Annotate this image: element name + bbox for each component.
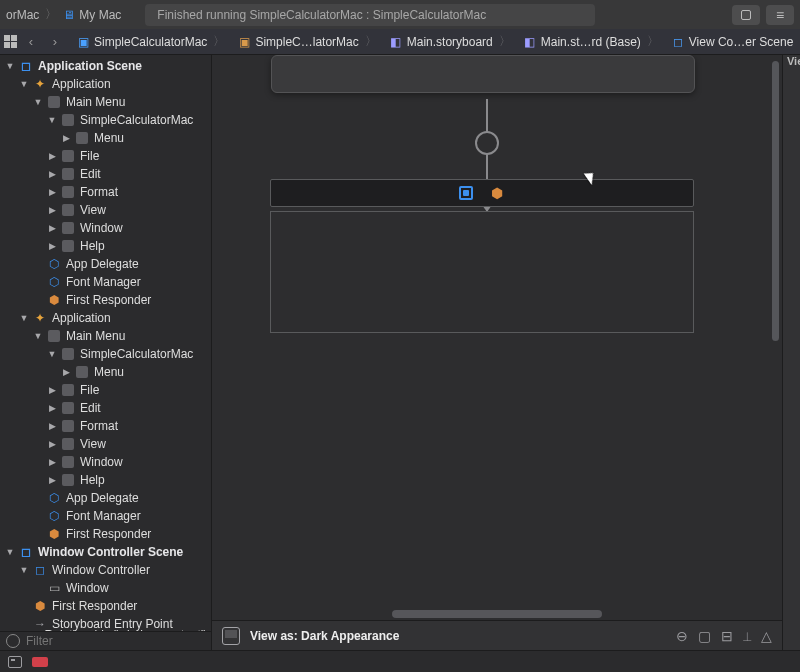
outline-tree[interactable]: ◻Application Scene✦ApplicationMain MenuS… xyxy=(0,55,211,631)
outline-item[interactable]: SimpleCalculatorMac xyxy=(0,345,211,363)
outline-item[interactable]: Format xyxy=(0,183,211,201)
outline-item[interactable]: Edit xyxy=(0,399,211,417)
outline-item[interactable]: ✦Application xyxy=(0,75,211,93)
outline-item[interactable]: ⬡App Delegate xyxy=(0,489,211,507)
outline-item[interactable]: ✦Application xyxy=(0,309,211,327)
outline-item[interactable]: ◻Window Controller xyxy=(0,561,211,579)
disclosure-triangle-icon[interactable] xyxy=(32,330,44,342)
disclosure-triangle-icon[interactable] xyxy=(46,348,58,360)
outline-label: Format xyxy=(80,185,118,199)
zoom-out-button[interactable]: ⊖ xyxy=(676,628,688,644)
view-controller-header[interactable]: ⬢ xyxy=(270,179,694,207)
disclosure-triangle-icon[interactable] xyxy=(4,60,16,72)
outline-section-header[interactable]: ◻Application Scene xyxy=(0,57,211,75)
outline-item[interactable]: Help xyxy=(0,237,211,255)
chevron-right-icon: 〉 xyxy=(45,6,57,23)
device-icon[interactable] xyxy=(222,627,240,645)
disclosure-triangle-icon[interactable] xyxy=(60,366,72,378)
outline-item[interactable]: ▭Window xyxy=(0,579,211,597)
disclosure-triangle-icon[interactable] xyxy=(60,132,72,144)
activity-status[interactable]: Finished running SimpleCalculatorMac : S… xyxy=(145,4,595,26)
outline-item[interactable]: Menu xyxy=(0,363,211,381)
outline-item[interactable]: Main Menu xyxy=(0,93,211,111)
disclosure-triangle-icon[interactable] xyxy=(46,150,58,162)
console-button[interactable] xyxy=(8,656,22,668)
disclosure-triangle-icon[interactable] xyxy=(18,312,30,324)
related-items-button[interactable] xyxy=(4,32,18,52)
outline-item[interactable]: ⬡Font Manager xyxy=(0,507,211,525)
breadcrumb-item-1[interactable]: ▣ SimpleC…latorMac 〉 xyxy=(233,33,382,50)
menu-icon xyxy=(60,436,76,452)
outline-item[interactable]: Format xyxy=(0,417,211,435)
outline-filter-bar xyxy=(0,631,211,650)
outline-item[interactable]: File xyxy=(0,381,211,399)
disclosure-triangle-icon[interactable] xyxy=(46,240,58,252)
vertical-scrollbar[interactable] xyxy=(770,57,781,578)
resolve-button[interactable]: △ xyxy=(761,628,772,644)
forward-button[interactable]: › xyxy=(44,32,66,52)
back-button[interactable]: ‹ xyxy=(20,32,42,52)
outline-item[interactable]: ⬢First Responder xyxy=(0,597,211,615)
disclosure-triangle-icon[interactable] xyxy=(46,402,58,414)
outline-item[interactable]: Help xyxy=(0,471,211,489)
embed-button[interactable]: ▢ xyxy=(698,628,711,644)
disclosure-triangle-icon[interactable] xyxy=(18,564,30,576)
crumb-label: SimpleCalculatorMac xyxy=(94,35,207,49)
disclosure-triangle-icon[interactable] xyxy=(46,114,58,126)
library-button[interactable] xyxy=(732,5,760,25)
outline-item[interactable]: Menu xyxy=(0,129,211,147)
canvas-viewport[interactable]: ⬢ xyxy=(212,55,782,608)
disclosure-triangle-icon[interactable] xyxy=(4,546,16,558)
outline-item[interactable]: Window xyxy=(0,453,211,471)
disclosure-triangle-icon[interactable] xyxy=(18,78,30,90)
outline-label: SimpleCalculatorMac xyxy=(80,113,193,127)
outline-label: Window xyxy=(80,455,123,469)
outline-item[interactable]: Window xyxy=(0,219,211,237)
breadcrumb-item-2[interactable]: ◧ Main.storyboard 〉 xyxy=(385,33,517,50)
view-as-label[interactable]: View as: Dark Appearance xyxy=(250,629,399,643)
breadcrumb-item-3[interactable]: ◧ Main.st…rd (Base) 〉 xyxy=(519,33,665,50)
scroll-thumb[interactable] xyxy=(772,61,779,341)
outline-label: First Responder xyxy=(66,293,151,307)
inspector-panel[interactable]: Vie xyxy=(782,55,800,650)
disclosure-triangle-icon[interactable] xyxy=(46,168,58,180)
outline-item[interactable]: View xyxy=(0,435,211,453)
disclosure-triangle-icon[interactable] xyxy=(46,438,58,450)
scroll-thumb[interactable] xyxy=(392,610,602,618)
disclosure-triangle-icon[interactable] xyxy=(46,222,58,234)
debug-indicator-icon[interactable] xyxy=(32,657,48,667)
disclosure-triangle-icon[interactable] xyxy=(32,96,44,108)
align-button[interactable]: ⊟ xyxy=(721,628,733,644)
crumb-label: Main.st…rd (Base) xyxy=(541,35,641,49)
disclosure-triangle-icon[interactable] xyxy=(46,474,58,486)
panels-button[interactable] xyxy=(766,5,794,25)
view-controller-view[interactable] xyxy=(270,211,694,333)
outline-item[interactable]: View xyxy=(0,201,211,219)
horizontal-scrollbar[interactable] xyxy=(212,608,782,620)
disclosure-triangle-icon[interactable] xyxy=(46,186,58,198)
segue-arrow[interactable] xyxy=(475,99,499,179)
window-preview[interactable] xyxy=(271,55,695,93)
outline-item[interactable]: ⬢First Responder xyxy=(0,291,211,309)
outline-item[interactable]: ⬢First Responder xyxy=(0,525,211,543)
scheme-label: orMac xyxy=(6,8,39,22)
disclosure-triangle-icon[interactable] xyxy=(46,204,58,216)
breadcrumb-item-4[interactable]: ◻ View Co…er Scene 〉 xyxy=(667,33,800,50)
outline-section-header[interactable]: ◻Window Controller Scene xyxy=(0,543,211,561)
outline-item[interactable]: SimpleCalculatorMac xyxy=(0,111,211,129)
disclosure-triangle-icon[interactable] xyxy=(46,384,58,396)
outline-item[interactable]: Edit xyxy=(0,165,211,183)
disclosure-triangle-icon[interactable] xyxy=(46,456,58,468)
outline-item[interactable]: File xyxy=(0,147,211,165)
breadcrumb-item-0[interactable]: ▣ SimpleCalculatorMac 〉 xyxy=(72,33,231,50)
filter-input[interactable] xyxy=(26,634,205,648)
outline-item[interactable]: ⬡Font Manager xyxy=(0,273,211,291)
menu-icon xyxy=(46,328,62,344)
status-text: Finished running SimpleCalculatorMac : S… xyxy=(157,8,486,22)
scheme-selector[interactable]: orMac 〉 🖥 My Mac xyxy=(6,6,121,23)
outline-label: File xyxy=(80,149,99,163)
pin-button[interactable]: ⟂ xyxy=(743,628,751,644)
outline-item[interactable]: Main Menu xyxy=(0,327,211,345)
outline-item[interactable]: ⬡App Delegate xyxy=(0,255,211,273)
disclosure-triangle-icon[interactable] xyxy=(46,420,58,432)
